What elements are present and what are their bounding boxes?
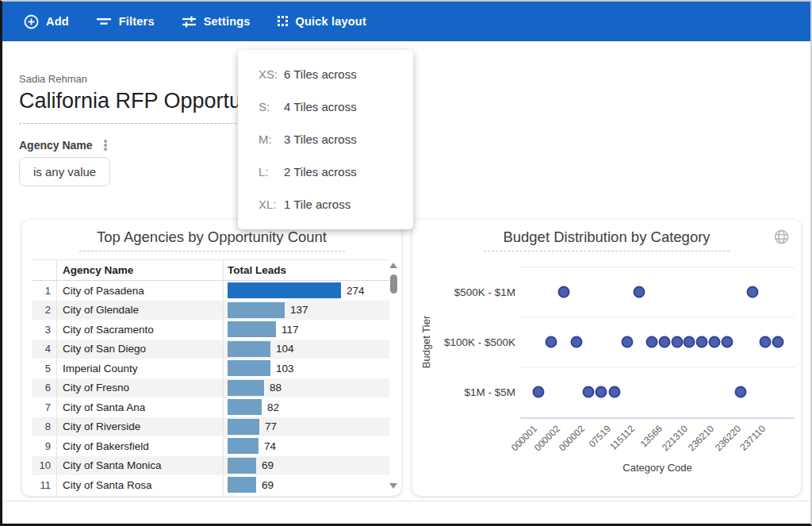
scatter-point[interactable] [647,337,657,347]
x-tick-label: 000002 [557,423,587,453]
agency-name-header[interactable]: Agency Name [57,260,224,280]
row-index: 4 [32,340,57,359]
row-index: 10 [32,456,57,476]
row-number-header [32,260,57,280]
budget-scatter-chart: $500K - $1M$100K - $500K$1M - $5MBudget … [412,251,801,496]
total-leads-bar[interactable] [228,380,264,396]
scatter-point[interactable] [596,387,607,397]
total-leads-bar[interactable] [228,458,256,474]
x-tick-label: 236220 [713,423,743,453]
scrollbar-thumb[interactable] [390,275,397,294]
filters-button[interactable]: Filters [96,15,155,28]
total-leads-header[interactable]: Total Leads [224,264,389,276]
table-row[interactable]: 3City of Sacramento117 [32,320,389,340]
row-index: 1 [32,281,57,301]
edit-toolbar: Add Filters Settings Quick layout [2,2,810,41]
scatter-point[interactable] [559,287,569,298]
scroll-up-icon[interactable] [389,263,397,268]
dashboard-title[interactable]: California RFP Opportu [19,89,241,113]
settings-button[interactable]: Settings [182,15,251,29]
scatter-point[interactable] [672,337,683,347]
row-index: 5 [32,359,57,378]
x-tick-label: 221310 [660,423,690,453]
total-leads-cell: 69 [224,475,389,495]
table-row[interactable]: 2City of Glendale137 [32,301,389,321]
total-leads-bar[interactable] [228,341,270,357]
globe-icon[interactable] [774,229,789,248]
y-tick-label: $100K - $500K [444,336,515,348]
scatter-point[interactable] [684,337,695,347]
menu-item-xl[interactable]: XL: 1 Tile across [238,188,413,221]
add-button[interactable]: Add [24,14,69,29]
table-row[interactable]: 10City of Santa Monica69 [32,456,389,476]
scatter-point[interactable] [748,287,758,298]
quick-layout-menu: XS: 6 Tiles across S: 4 Tiles across M: … [238,50,413,229]
quick-layout-button[interactable]: Quick layout [278,15,366,28]
x-tick-label: 236210 [686,423,716,453]
quick-layout-grid-icon [278,16,289,27]
total-leads-bar[interactable] [228,282,341,298]
table-row[interactable]: 5Imperial County103 [32,359,389,378]
total-leads-value: 137 [290,304,308,316]
menu-item-s[interactable]: S: 4 Tiles across [238,90,413,123]
table-row[interactable]: 8City of Riverside77 [32,417,389,437]
table-row[interactable]: 11City of Santa Rosa69 [32,475,389,495]
agency-table: Agency Name Total Leads 1City of Pasaden… [32,259,389,495]
size-prefix: XL: [259,198,284,211]
tile-title[interactable]: Budget Distribution by Category [412,220,801,246]
scatter-point[interactable] [660,337,670,347]
tile-top-agencies: Top Agencies by Opportunity Count Agency… [22,220,401,496]
scatter-point[interactable] [584,387,594,397]
table-row[interactable]: 9City of Bakersfield74 [32,436,389,456]
table-row[interactable]: 4City of San Diego104 [32,340,389,359]
scatter-point[interactable] [572,337,582,347]
scatter-point[interactable] [534,387,544,397]
total-leads-bar[interactable] [228,321,276,337]
scatter-point[interactable] [773,337,783,347]
kebab-menu-icon[interactable]: ••• [104,140,108,152]
size-prefix: XS: [259,67,284,81]
scatter-point[interactable] [722,337,733,347]
total-leads-cell: 117 [224,320,389,340]
size-label: 1 Tile across [284,198,350,211]
table-row[interactable]: 1City of Pasadena274 [32,281,389,301]
total-leads-cell: 104 [224,340,389,359]
table-scrollbar[interactable] [389,259,399,492]
table-header-row: Agency Name Total Leads [32,259,389,281]
table-row[interactable]: 7City of Santa Ana82 [32,397,389,417]
total-leads-bar[interactable] [228,477,256,493]
scatter-point[interactable] [634,287,645,298]
scatter-point[interactable] [610,387,620,397]
scroll-down-icon[interactable] [389,483,397,489]
table-row[interactable]: 6City of Fresno88 [32,378,389,398]
total-leads-bar[interactable] [228,302,285,318]
menu-item-xs[interactable]: XS: 6 Tiles across [238,58,413,90]
scatter-point[interactable] [736,387,746,397]
total-leads-bar[interactable] [228,438,259,454]
total-leads-cell: 77 [224,417,389,437]
scatter-point[interactable] [622,337,633,347]
scatter-point[interactable] [710,337,720,347]
total-leads-value: 88 [270,382,282,394]
scatter-point[interactable] [760,337,771,347]
total-leads-cell: 137 [224,301,389,321]
menu-item-l[interactable]: L: 2 Tiles across [238,155,413,188]
filter-label: Agency Name [19,139,93,152]
size-label: 4 Tiles across [284,100,357,113]
x-tick-label: 115112 [607,423,637,452]
total-leads-bar[interactable] [228,419,259,435]
agency-name-cell: City of Bakersfield [57,436,224,456]
filters-label: Filters [119,15,155,28]
agency-name-cell: City of Santa Ana [57,397,224,417]
scatter-point[interactable] [697,337,707,347]
total-leads-bar[interactable] [228,399,262,415]
filter-value-button[interactable]: is any value [19,157,110,186]
scatter-point[interactable] [546,337,557,347]
x-tick-label: 000002 [532,423,562,453]
total-leads-bar[interactable] [228,360,270,376]
settings-label: Settings [204,15,251,28]
size-prefix: S: [259,100,284,113]
size-label: 6 Tiles across [284,67,357,81]
menu-item-m[interactable]: M: 3 Tiles across [238,123,413,155]
agency-name-cell: City of San Diego [57,340,224,359]
